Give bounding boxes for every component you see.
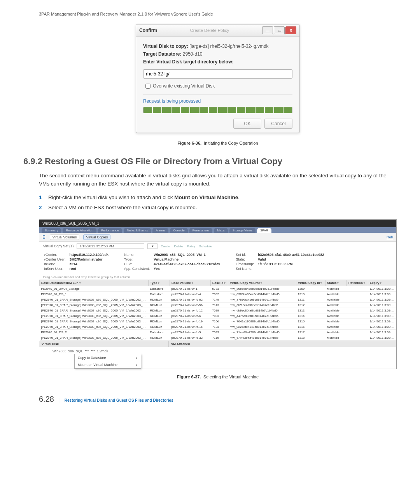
ok-button[interactable]: OK xyxy=(233,119,261,129)
table-row[interactable]: [PE2970_01_3PAR_Storage] Win2003_x86_SQL… xyxy=(40,297,396,303)
table-row[interactable]: PE2970_01_DS_1Datastorepe2970-21-ds-vv-f… xyxy=(40,292,396,297)
copy-set-label: Virtual Copy Set (1) xyxy=(43,244,74,248)
maximize-icon[interactable]: ▭ xyxy=(274,26,285,34)
group-hint: Drag a column header and drop it here to… xyxy=(39,275,396,280)
column-header[interactable]: Type xyxy=(149,280,170,286)
progress-bar xyxy=(143,107,292,113)
virtual-copies-tab[interactable]: Virtual Copies xyxy=(83,234,110,240)
figure-6-37-caption: Figure 6-37. Selecting the Virtual Machi… xyxy=(39,374,397,379)
cylinder-icon: 🗄 xyxy=(42,235,46,239)
vsphere-tab[interactable]: Summary xyxy=(42,228,61,233)
vsphere-tab[interactable]: Storage Views xyxy=(229,228,256,233)
column-header[interactable]: Base Datastore/RDM Lun xyxy=(40,280,149,286)
overwrite-checkbox[interactable] xyxy=(145,84,150,89)
confirm-dialog: Confirm Create Delete Policy — ▭ X Virtu… xyxy=(136,24,300,133)
step-1: 1 Right-click the virtual disk you wish … xyxy=(39,194,397,201)
vsphere-tab[interactable]: Resource Allocation xyxy=(63,228,96,233)
column-header[interactable]: Expiry xyxy=(368,280,396,286)
section-intro-paragraph: The second context menu command availabl… xyxy=(39,172,397,188)
figure-6-37-image: Win2003_x86_SQL_2005_VM_1 SummaryResourc… xyxy=(39,219,397,369)
close-icon[interactable]: X xyxy=(285,26,296,34)
virtual-volumes-tab[interactable]: Virtual Volumes xyxy=(50,234,79,240)
dialog-title: Confirm xyxy=(139,28,157,33)
table-row[interactable]: [PE2970_01_3PAR_Storage] Win2003_x86_SQL… xyxy=(40,303,396,308)
doc-header: 3PAR Management Plug-In and Recovery Man… xyxy=(39,12,397,16)
vsphere-tab[interactable]: Performance xyxy=(98,228,122,233)
step-2: 2 Select a VM on the ESX host where the … xyxy=(39,204,397,212)
toolbar-link[interactable]: Policy xyxy=(187,245,195,248)
submenu-arrow-icon: ▸ xyxy=(136,363,138,367)
toolbar-link[interactable]: Create xyxy=(161,245,170,248)
vsphere-tab[interactable]: Permissions xyxy=(189,228,213,233)
toolbar-link[interactable]: Delete xyxy=(174,245,183,248)
menu-copy-to-datastore[interactable]: Copy to Datastore▸ xyxy=(75,354,141,361)
section-6-9-2-heading: 6.9.2 Restoring a Guest OS File or Direc… xyxy=(23,156,397,166)
cancel-button[interactable]: Cancel xyxy=(264,119,292,129)
vsphere-tab[interactable]: Maps xyxy=(214,228,228,233)
overwrite-label: Overwrite existing Virtual Disk xyxy=(153,83,215,89)
column-header[interactable]: Base Volume xyxy=(170,280,211,286)
selected-vmdk-row[interactable]: Win2003_x86_SQL_***_***_1.vmdk xyxy=(51,348,183,354)
column-header[interactable]: Retention xyxy=(347,280,368,286)
table-row[interactable]: [PE2970_01_3PAR_Storage] Win2003_x86_SQL… xyxy=(40,308,396,313)
column-header[interactable]: Status xyxy=(326,280,347,286)
refresh-link[interactable]: Refr xyxy=(387,235,393,239)
column-header[interactable]: Base Id xyxy=(211,280,228,286)
column-header[interactable]: Virtual Copy Volume xyxy=(228,280,296,286)
vsphere-tab[interactable]: Alarms xyxy=(152,228,168,233)
processing-text: Request is being processed xyxy=(143,98,292,104)
target-ds-label: Target Datastore: xyxy=(143,51,181,57)
table-row[interactable]: [PE2970_01_3PAR_Storage] Win2003_x86_SQL… xyxy=(40,324,396,330)
virtual-disk-table: Base Datastore/RDM LunTypeBase VolumeBas… xyxy=(39,280,396,341)
vsphere-tab[interactable]: Tasks & Events xyxy=(124,228,151,233)
figure-6-36-caption: Figure 6-36. Initiating the Copy Operati… xyxy=(39,141,397,145)
vsphere-tab[interactable]: 3PAR xyxy=(257,228,271,233)
target-ds-value: 2950-d10 xyxy=(183,51,203,57)
vd-copy-value: [large-ds] rhel5-32-lg/rhel5-32-lg.vmdk xyxy=(189,44,268,49)
dialog-titlebar: Confirm Create Delete Policy — ▭ X xyxy=(136,24,299,37)
target-dir-label: Enter Virtual Disk target directory belo… xyxy=(143,59,292,65)
copy-set-dropdown-icon[interactable]: ▾ xyxy=(147,243,158,249)
table-row[interactable]: [PE2970_01_3PAR_Storage] Win2003_x86_SQL… xyxy=(40,313,396,319)
minimize-icon[interactable]: — xyxy=(262,26,273,34)
dialog-bg-buttons: Create Delete Policy xyxy=(157,28,262,33)
menu-mount-on-vm[interactable]: Mount on Virtual Machine▸ xyxy=(75,361,141,368)
table-row[interactable]: PE2970_01_DS_2Datastorepe2970-21-ds-vv-f… xyxy=(40,330,396,335)
page-number: 6.28 xyxy=(39,395,54,404)
copy-set-value[interactable]: 1/13/2011 3:12:53 PM xyxy=(77,243,144,249)
target-dir-input[interactable] xyxy=(143,69,292,79)
vsphere-tab[interactable]: Console xyxy=(170,228,187,233)
vd-copy-label: Virtual Disk to copy: xyxy=(143,44,188,49)
confirm-dialog-figure: Confirm Create Delete Policy — ▭ X Virtu… xyxy=(39,24,397,133)
footer-separator: │ xyxy=(58,398,61,402)
toolbar-link[interactable]: Schedule xyxy=(199,245,212,248)
table-row[interactable]: [PE2970_01_3PAR_Storage] Win2003_x86_SQL… xyxy=(40,319,396,324)
submenu-arrow-icon: ▸ xyxy=(136,356,138,360)
table-row[interactable]: PE2970_01_3PAR_StorageDatastorepe2970-21… xyxy=(40,286,396,292)
vsphere-window-title: Win2003_x86_SQL_2005_VM_1 xyxy=(39,220,396,227)
lower-grid-header: Virtual Disk VM Attached xyxy=(39,341,396,347)
footer-breadcrumb: Restoring Virtual Disks and Guest OS Fil… xyxy=(65,398,173,402)
column-header[interactable]: Virtual Copy Id xyxy=(296,280,326,286)
vsphere-tab-bar: SummaryResource AllocationPerformanceTas… xyxy=(39,227,396,233)
table-row[interactable]: [PE2970_01_3PAR_Storage] Win2003_x86_SQL… xyxy=(40,335,396,341)
context-menu: Copy to Datastore▸ Mount on Virtual Mach… xyxy=(74,354,141,369)
